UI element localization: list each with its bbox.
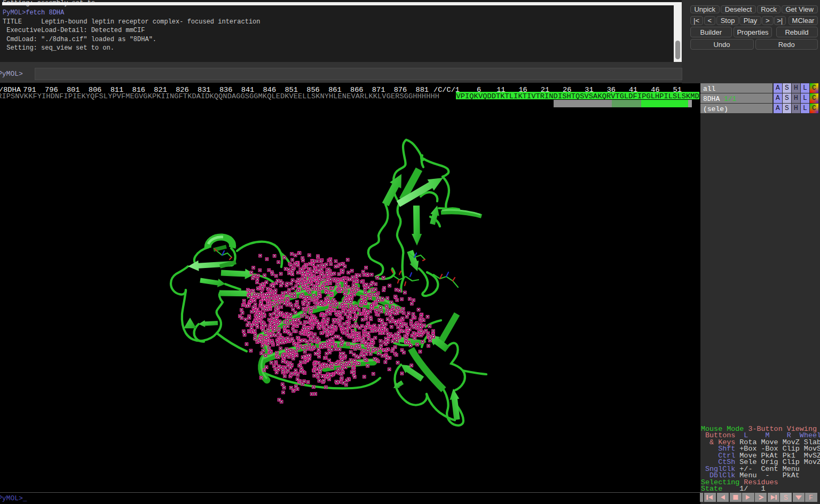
svg-text:S: S — [784, 494, 788, 502]
svg-text:F: F — [809, 494, 813, 502]
